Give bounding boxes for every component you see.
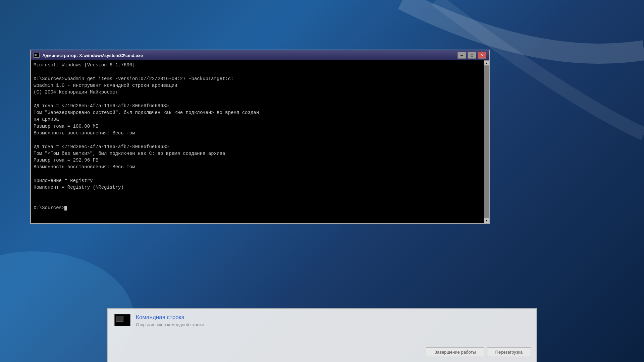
cmd-scrollbar[interactable]: ▲ ▼ — [484, 60, 489, 223]
close-button[interactable]: ✕ — [478, 52, 486, 59]
taskbar-popup-buttons: Завершение работы Перезагрузка — [108, 345, 536, 362]
cmd-window-icon — [34, 53, 40, 58]
cmd-titlebar: Администратор: X:\windows\system32\cmd.e… — [31, 50, 489, 60]
taskbar-popup-icon — [114, 314, 130, 326]
taskbar-popup-header: Командная строка Открытие окна командной… — [108, 309, 536, 345]
cmd-window-controls: ─ □ ✕ — [458, 52, 486, 59]
taskbar-popup: Командная строка Открытие окна командной… — [107, 308, 537, 362]
scrollbar-down-button[interactable]: ▼ — [484, 218, 489, 223]
scrollbar-track[interactable] — [484, 66, 489, 218]
cmd-content-area: Microsoft Windows [Version 6.1.7600] X:\… — [31, 60, 489, 223]
cmd-window: Администратор: X:\windows\system32\cmd.e… — [30, 50, 490, 224]
shutdown-button[interactable]: Завершение работы — [426, 347, 484, 357]
scrollbar-up-button[interactable]: ▲ — [484, 60, 489, 66]
minimize-button[interactable]: ─ — [458, 52, 466, 59]
restart-button[interactable]: Перезагрузка — [487, 347, 531, 357]
cmd-window-title: Администратор: X:\windows\system32\cmd.e… — [42, 53, 458, 58]
cmd-output: Microsoft Windows [Version 6.1.7600] X:\… — [34, 62, 486, 212]
maximize-button[interactable]: □ — [468, 52, 476, 59]
taskbar-popup-text: Командная строка Открытие окна командной… — [136, 314, 204, 327]
taskbar-popup-title: Командная строка — [136, 314, 204, 321]
cmd-prompt: X:\Sources> — [34, 205, 67, 210]
taskbar-popup-subtitle: Открытие окна командной строки — [136, 322, 204, 327]
